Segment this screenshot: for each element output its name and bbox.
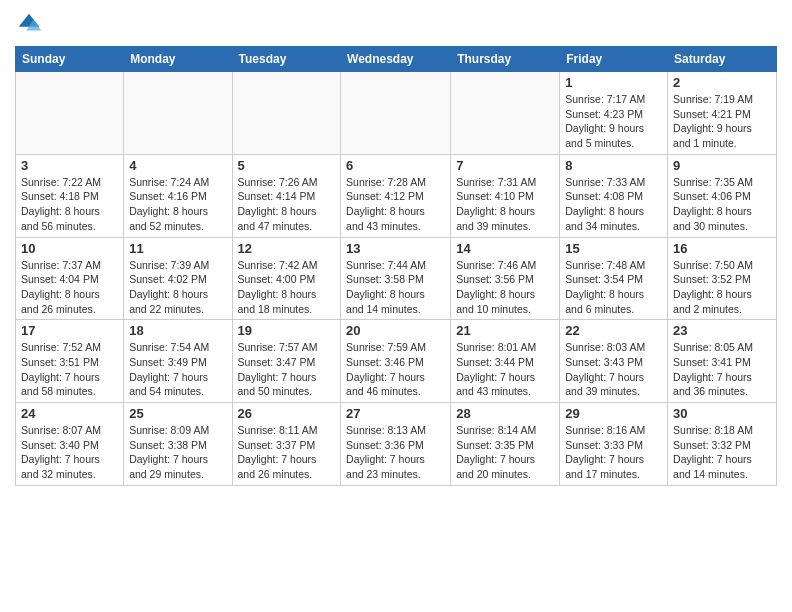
day-info: Sunrise: 7:19 AM Sunset: 4:21 PM Dayligh… — [673, 92, 771, 151]
calendar-header-row: Sunday Monday Tuesday Wednesday Thursday… — [16, 47, 777, 72]
day-number: 21 — [456, 323, 554, 338]
table-row — [341, 72, 451, 155]
header-friday: Friday — [560, 47, 668, 72]
day-number: 10 — [21, 241, 118, 256]
day-number: 26 — [238, 406, 336, 421]
day-number: 17 — [21, 323, 118, 338]
table-row: 10Sunrise: 7:37 AM Sunset: 4:04 PM Dayli… — [16, 237, 124, 320]
day-info: Sunrise: 8:05 AM Sunset: 3:41 PM Dayligh… — [673, 340, 771, 399]
table-row — [124, 72, 232, 155]
day-info: Sunrise: 7:28 AM Sunset: 4:12 PM Dayligh… — [346, 175, 445, 234]
day-info: Sunrise: 8:01 AM Sunset: 3:44 PM Dayligh… — [456, 340, 554, 399]
week-row-3: 17Sunrise: 7:52 AM Sunset: 3:51 PM Dayli… — [16, 320, 777, 403]
table-row — [16, 72, 124, 155]
day-number: 9 — [673, 158, 771, 173]
table-row: 25Sunrise: 8:09 AM Sunset: 3:38 PM Dayli… — [124, 403, 232, 486]
table-row: 15Sunrise: 7:48 AM Sunset: 3:54 PM Dayli… — [560, 237, 668, 320]
day-number: 23 — [673, 323, 771, 338]
week-row-0: 1Sunrise: 7:17 AM Sunset: 4:23 PM Daylig… — [16, 72, 777, 155]
table-row: 28Sunrise: 8:14 AM Sunset: 3:35 PM Dayli… — [451, 403, 560, 486]
table-row: 26Sunrise: 8:11 AM Sunset: 3:37 PM Dayli… — [232, 403, 341, 486]
day-info: Sunrise: 7:39 AM Sunset: 4:02 PM Dayligh… — [129, 258, 226, 317]
day-info: Sunrise: 7:31 AM Sunset: 4:10 PM Dayligh… — [456, 175, 554, 234]
day-info: Sunrise: 7:48 AM Sunset: 3:54 PM Dayligh… — [565, 258, 662, 317]
header-monday: Monday — [124, 47, 232, 72]
table-row: 21Sunrise: 8:01 AM Sunset: 3:44 PM Dayli… — [451, 320, 560, 403]
table-row: 22Sunrise: 8:03 AM Sunset: 3:43 PM Dayli… — [560, 320, 668, 403]
day-info: Sunrise: 7:37 AM Sunset: 4:04 PM Dayligh… — [21, 258, 118, 317]
day-number: 7 — [456, 158, 554, 173]
table-row: 4Sunrise: 7:24 AM Sunset: 4:16 PM Daylig… — [124, 154, 232, 237]
logo-icon — [15, 10, 43, 38]
day-info: Sunrise: 7:22 AM Sunset: 4:18 PM Dayligh… — [21, 175, 118, 234]
day-number: 5 — [238, 158, 336, 173]
day-info: Sunrise: 8:07 AM Sunset: 3:40 PM Dayligh… — [21, 423, 118, 482]
table-row: 11Sunrise: 7:39 AM Sunset: 4:02 PM Dayli… — [124, 237, 232, 320]
day-number: 13 — [346, 241, 445, 256]
table-row: 24Sunrise: 8:07 AM Sunset: 3:40 PM Dayli… — [16, 403, 124, 486]
day-info: Sunrise: 7:44 AM Sunset: 3:58 PM Dayligh… — [346, 258, 445, 317]
day-number: 19 — [238, 323, 336, 338]
day-info: Sunrise: 8:09 AM Sunset: 3:38 PM Dayligh… — [129, 423, 226, 482]
day-info: Sunrise: 7:46 AM Sunset: 3:56 PM Dayligh… — [456, 258, 554, 317]
day-info: Sunrise: 7:57 AM Sunset: 3:47 PM Dayligh… — [238, 340, 336, 399]
day-number: 18 — [129, 323, 226, 338]
header-saturday: Saturday — [668, 47, 777, 72]
day-number: 12 — [238, 241, 336, 256]
day-info: Sunrise: 8:13 AM Sunset: 3:36 PM Dayligh… — [346, 423, 445, 482]
day-number: 1 — [565, 75, 662, 90]
week-row-4: 24Sunrise: 8:07 AM Sunset: 3:40 PM Dayli… — [16, 403, 777, 486]
table-row: 3Sunrise: 7:22 AM Sunset: 4:18 PM Daylig… — [16, 154, 124, 237]
day-info: Sunrise: 7:33 AM Sunset: 4:08 PM Dayligh… — [565, 175, 662, 234]
day-info: Sunrise: 7:42 AM Sunset: 4:00 PM Dayligh… — [238, 258, 336, 317]
table-row: 1Sunrise: 7:17 AM Sunset: 4:23 PM Daylig… — [560, 72, 668, 155]
day-info: Sunrise: 7:52 AM Sunset: 3:51 PM Dayligh… — [21, 340, 118, 399]
day-info: Sunrise: 8:16 AM Sunset: 3:33 PM Dayligh… — [565, 423, 662, 482]
table-row: 23Sunrise: 8:05 AM Sunset: 3:41 PM Dayli… — [668, 320, 777, 403]
table-row: 5Sunrise: 7:26 AM Sunset: 4:14 PM Daylig… — [232, 154, 341, 237]
table-row: 14Sunrise: 7:46 AM Sunset: 3:56 PM Dayli… — [451, 237, 560, 320]
day-number: 11 — [129, 241, 226, 256]
table-row: 27Sunrise: 8:13 AM Sunset: 3:36 PM Dayli… — [341, 403, 451, 486]
day-info: Sunrise: 7:26 AM Sunset: 4:14 PM Dayligh… — [238, 175, 336, 234]
page: Sunday Monday Tuesday Wednesday Thursday… — [0, 0, 792, 612]
day-number: 3 — [21, 158, 118, 173]
day-info: Sunrise: 8:18 AM Sunset: 3:32 PM Dayligh… — [673, 423, 771, 482]
day-number: 4 — [129, 158, 226, 173]
table-row: 7Sunrise: 7:31 AM Sunset: 4:10 PM Daylig… — [451, 154, 560, 237]
day-number: 8 — [565, 158, 662, 173]
day-number: 24 — [21, 406, 118, 421]
week-row-2: 10Sunrise: 7:37 AM Sunset: 4:04 PM Dayli… — [16, 237, 777, 320]
header-tuesday: Tuesday — [232, 47, 341, 72]
day-info: Sunrise: 7:35 AM Sunset: 4:06 PM Dayligh… — [673, 175, 771, 234]
table-row: 13Sunrise: 7:44 AM Sunset: 3:58 PM Dayli… — [341, 237, 451, 320]
day-number: 14 — [456, 241, 554, 256]
header — [15, 10, 777, 38]
day-number: 6 — [346, 158, 445, 173]
day-number: 15 — [565, 241, 662, 256]
day-info: Sunrise: 7:59 AM Sunset: 3:46 PM Dayligh… — [346, 340, 445, 399]
day-number: 20 — [346, 323, 445, 338]
header-sunday: Sunday — [16, 47, 124, 72]
calendar: Sunday Monday Tuesday Wednesday Thursday… — [15, 46, 777, 486]
week-row-1: 3Sunrise: 7:22 AM Sunset: 4:18 PM Daylig… — [16, 154, 777, 237]
header-wednesday: Wednesday — [341, 47, 451, 72]
day-number: 25 — [129, 406, 226, 421]
table-row: 19Sunrise: 7:57 AM Sunset: 3:47 PM Dayli… — [232, 320, 341, 403]
day-info: Sunrise: 8:11 AM Sunset: 3:37 PM Dayligh… — [238, 423, 336, 482]
day-number: 22 — [565, 323, 662, 338]
table-row: 18Sunrise: 7:54 AM Sunset: 3:49 PM Dayli… — [124, 320, 232, 403]
table-row: 2Sunrise: 7:19 AM Sunset: 4:21 PM Daylig… — [668, 72, 777, 155]
day-info: Sunrise: 7:50 AM Sunset: 3:52 PM Dayligh… — [673, 258, 771, 317]
table-row: 16Sunrise: 7:50 AM Sunset: 3:52 PM Dayli… — [668, 237, 777, 320]
table-row: 17Sunrise: 7:52 AM Sunset: 3:51 PM Dayli… — [16, 320, 124, 403]
day-number: 28 — [456, 406, 554, 421]
day-info: Sunrise: 7:24 AM Sunset: 4:16 PM Dayligh… — [129, 175, 226, 234]
day-number: 2 — [673, 75, 771, 90]
day-info: Sunrise: 8:03 AM Sunset: 3:43 PM Dayligh… — [565, 340, 662, 399]
logo — [15, 10, 47, 38]
day-info: Sunrise: 7:17 AM Sunset: 4:23 PM Dayligh… — [565, 92, 662, 151]
table-row: 20Sunrise: 7:59 AM Sunset: 3:46 PM Dayli… — [341, 320, 451, 403]
day-info: Sunrise: 8:14 AM Sunset: 3:35 PM Dayligh… — [456, 423, 554, 482]
table-row: 9Sunrise: 7:35 AM Sunset: 4:06 PM Daylig… — [668, 154, 777, 237]
